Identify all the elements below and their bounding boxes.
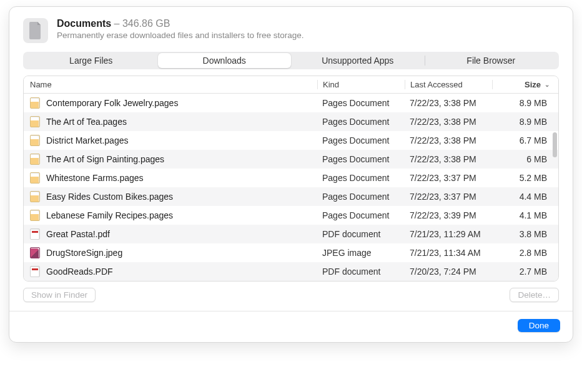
cell-last-accessed: 7/22/23, 3:38 PM — [405, 98, 492, 108]
col-size[interactable]: Size ⌄ — [492, 80, 558, 89]
table-row[interactable]: The Art of Tea.pagesPages Document7/22/2… — [24, 112, 558, 131]
done-button[interactable]: Done — [518, 319, 560, 332]
table-header: Name Kind Last Accessed Size ⌄ — [24, 76, 558, 94]
pages-file-icon — [30, 191, 40, 202]
cell-name: DrugStoreSign.jpeg — [24, 247, 317, 258]
cell-name: District Market.pages — [24, 135, 317, 146]
cell-size: 2.7 MB — [492, 267, 558, 277]
col-name[interactable]: Name — [24, 80, 317, 89]
storage-documents-panel: Documents – 346.86 GB Permanently erase … — [9, 6, 573, 343]
pdf-file-icon — [30, 228, 40, 240]
cell-name: Lebanese Family Recipes.pages — [24, 210, 317, 221]
scrollbar-thumb[interactable] — [553, 132, 557, 157]
table-row[interactable]: Lebanese Family Recipes.pagesPages Docum… — [24, 206, 558, 225]
header-text: Documents – 346.86 GB Permanently erase … — [57, 18, 303, 40]
cell-size: 2.8 MB — [492, 248, 558, 258]
panel-size: – 346.86 GB — [114, 18, 170, 29]
cell-size: 4.1 MB — [492, 210, 558, 220]
cell-kind: Pages Document — [317, 98, 405, 108]
panel-subtitle: Permanently erase downloaded files and i… — [57, 31, 303, 40]
cell-last-accessed: 7/22/23, 3:38 PM — [405, 154, 492, 164]
cell-last-accessed: 7/20/23, 7:24 PM — [405, 267, 492, 277]
table-row[interactable]: Great Pasta!.pdfPDF document7/21/23, 11:… — [24, 225, 558, 243]
cell-kind: PDF document — [317, 267, 405, 277]
cell-kind: Pages Document — [317, 117, 405, 127]
cell-last-accessed: 7/22/23, 3:38 PM — [405, 117, 492, 127]
pages-file-icon — [30, 97, 40, 109]
delete-button[interactable]: Delete… — [510, 288, 559, 302]
col-last-accessed[interactable]: Last Accessed — [405, 80, 492, 89]
show-in-finder-button[interactable]: Show in Finder — [23, 288, 96, 302]
cell-last-accessed: 7/22/23, 3:39 PM — [405, 210, 492, 220]
cell-size: 5.2 MB — [492, 173, 558, 183]
cell-size: 4.4 MB — [492, 192, 558, 202]
table-row[interactable]: Contemporary Folk Jewelry.pagesPages Doc… — [24, 94, 558, 112]
tab-file-browser[interactable]: File Browser — [425, 53, 558, 68]
file-name: Contemporary Folk Jewelry.pages — [46, 98, 178, 108]
cell-kind: Pages Document — [317, 192, 405, 202]
pages-file-icon — [30, 116, 40, 127]
file-name: Great Pasta!.pdf — [46, 229, 110, 239]
action-row: Show in Finder Delete… — [9, 282, 573, 311]
documents-icon — [23, 18, 48, 43]
pages-file-icon — [30, 172, 40, 184]
cell-last-accessed: 7/22/23, 3:37 PM — [405, 173, 492, 183]
col-size-label: Size — [525, 80, 541, 89]
cell-size: 8.9 MB — [492, 117, 558, 127]
col-kind[interactable]: Kind — [317, 80, 405, 89]
cell-size: 3.8 MB — [492, 229, 558, 239]
cell-last-accessed: 7/21/23, 11:29 AM — [405, 229, 492, 239]
cell-kind: PDF document — [317, 229, 405, 239]
table-row[interactable]: Easy Rides Custom Bikes.pagesPages Docum… — [24, 187, 558, 206]
pages-file-icon — [30, 210, 40, 221]
file-name: DrugStoreSign.jpeg — [46, 248, 122, 258]
table-row[interactable]: Whitestone Farms.pagesPages Document7/22… — [24, 169, 558, 187]
cell-kind: Pages Document — [317, 173, 405, 183]
jpeg-file-icon — [30, 247, 40, 258]
table-body: Contemporary Folk Jewelry.pagesPages Doc… — [24, 94, 558, 281]
cell-name: Easy Rides Custom Bikes.pages — [24, 191, 317, 202]
cell-size: 8.9 MB — [492, 98, 558, 108]
cell-last-accessed: 7/22/23, 3:38 PM — [405, 135, 492, 145]
pages-file-icon — [30, 154, 40, 165]
category-tabs: Large FilesDownloadsUnsupported AppsFile… — [23, 52, 559, 69]
cell-size: 6.7 MB — [492, 135, 558, 145]
file-name: The Art of Tea.pages — [46, 117, 127, 127]
cell-kind: JPEG image — [317, 248, 405, 258]
cell-name: Great Pasta!.pdf — [24, 228, 317, 240]
file-name: Lebanese Family Recipes.pages — [46, 210, 173, 220]
file-name: Easy Rides Custom Bikes.pages — [46, 192, 173, 202]
table-row[interactable]: GoodReads.PDFPDF document7/20/23, 7:24 P… — [24, 262, 558, 281]
table-row[interactable]: The Art of Sign Painting.pagesPages Docu… — [24, 150, 558, 169]
tab-unsupported-apps[interactable]: Unsupported Apps — [291, 53, 425, 68]
pages-file-icon — [30, 135, 40, 146]
file-table: Name Kind Last Accessed Size ⌄ Contempor… — [23, 76, 559, 282]
file-name: The Art of Sign Painting.pages — [46, 154, 164, 164]
cell-name: The Art of Sign Painting.pages — [24, 154, 317, 165]
cell-name: Contemporary Folk Jewelry.pages — [24, 97, 317, 109]
cell-kind: Pages Document — [317, 210, 405, 220]
file-name: Whitestone Farms.pages — [46, 173, 144, 183]
pdf-file-icon — [30, 266, 40, 277]
table-row[interactable]: DrugStoreSign.jpegJPEG image7/21/23, 11:… — [24, 243, 558, 262]
cell-kind: Pages Document — [317, 135, 405, 145]
cell-name: The Art of Tea.pages — [24, 116, 317, 127]
cell-name: Whitestone Farms.pages — [24, 172, 317, 184]
file-name: District Market.pages — [46, 135, 128, 145]
cell-size: 6 MB — [492, 154, 558, 164]
cell-last-accessed: 7/21/23, 11:34 AM — [405, 248, 492, 258]
cell-name: GoodReads.PDF — [24, 266, 317, 277]
file-name: GoodReads.PDF — [46, 267, 113, 277]
tab-large-files[interactable]: Large Files — [24, 53, 158, 68]
panel-header: Documents – 346.86 GB Permanently erase … — [9, 7, 573, 52]
panel-title: Documents — [57, 18, 111, 29]
sort-chevron-icon: ⌄ — [545, 81, 550, 88]
footer: Done — [9, 311, 573, 342]
table-row[interactable]: District Market.pagesPages Document7/22/… — [24, 131, 558, 150]
cell-kind: Pages Document — [317, 154, 405, 164]
cell-last-accessed: 7/22/23, 3:37 PM — [405, 192, 492, 202]
tab-downloads[interactable]: Downloads — [158, 53, 292, 68]
